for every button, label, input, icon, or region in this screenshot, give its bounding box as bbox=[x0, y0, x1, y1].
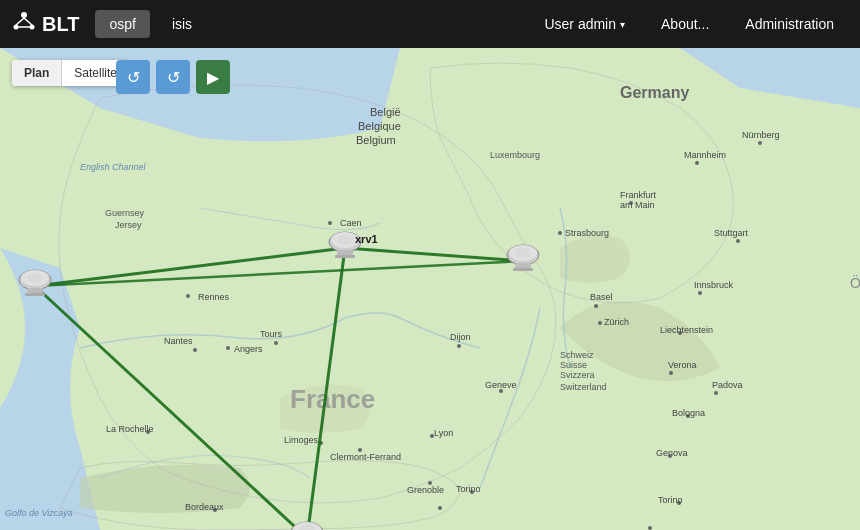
play-icon: ▶ bbox=[207, 68, 219, 87]
svg-text:Guernsey: Guernsey bbox=[105, 208, 145, 218]
svg-text:Basel: Basel bbox=[590, 292, 613, 302]
svg-point-94 bbox=[337, 235, 353, 245]
node-strasbourg[interactable] bbox=[505, 243, 541, 279]
svg-text:Ö: Ö bbox=[850, 274, 860, 291]
svg-text:Frankfurtam Main: Frankfurtam Main bbox=[620, 190, 657, 210]
svg-text:Belgique: Belgique bbox=[358, 120, 401, 132]
svg-point-27 bbox=[226, 346, 230, 350]
svg-text:Stuttgart: Stuttgart bbox=[714, 228, 749, 238]
svg-point-25 bbox=[193, 348, 197, 352]
svg-text:Nürnberg: Nürnberg bbox=[742, 130, 780, 140]
svg-point-45 bbox=[558, 231, 562, 235]
svg-text:Tours: Tours bbox=[260, 329, 283, 339]
svg-rect-87 bbox=[27, 288, 43, 293]
svg-point-0 bbox=[21, 12, 27, 18]
svg-line-3 bbox=[16, 18, 24, 25]
map-view-controls: Plan Satellite bbox=[12, 60, 129, 86]
svg-text:Bordeaux: Bordeaux bbox=[185, 502, 224, 512]
svg-text:Lyon: Lyon bbox=[434, 428, 453, 438]
svg-text:Liechtenstein: Liechtenstein bbox=[660, 325, 713, 335]
refresh-button-1[interactable]: ↺ bbox=[116, 60, 150, 94]
node-brest[interactable] bbox=[17, 268, 53, 304]
svg-text:Geneve: Geneve bbox=[485, 380, 517, 390]
svg-text:Mannheim: Mannheim bbox=[684, 150, 726, 160]
svg-text:België: België bbox=[370, 106, 401, 118]
svg-text:Jersey: Jersey bbox=[115, 220, 142, 230]
svg-point-57 bbox=[736, 239, 740, 243]
svg-line-4 bbox=[24, 18, 32, 25]
svg-text:Suisse: Suisse bbox=[560, 360, 587, 370]
map-container[interactable]: België Belgique Belgium Luxembourg Germa… bbox=[0, 48, 860, 530]
node-paris[interactable] bbox=[327, 230, 363, 266]
refresh-button-2[interactable]: ↺ bbox=[156, 60, 190, 94]
svg-text:Schweiz: Schweiz bbox=[560, 350, 594, 360]
svg-rect-93 bbox=[335, 255, 355, 258]
svg-point-49 bbox=[598, 321, 602, 325]
svg-point-73 bbox=[648, 526, 652, 530]
svg-text:Grenoble: Grenoble bbox=[407, 485, 444, 495]
svg-text:Angers: Angers bbox=[234, 344, 263, 354]
dropdown-arrow-icon: ▾ bbox=[620, 19, 625, 30]
refresh-controls: ↺ ↺ ▶ bbox=[116, 60, 230, 94]
logo-text: BLT bbox=[42, 13, 79, 36]
node-bordeaux[interactable] bbox=[289, 520, 325, 530]
logo-icon bbox=[12, 9, 36, 39]
svg-text:Torino: Torino bbox=[456, 484, 481, 494]
svg-text:Padova: Padova bbox=[712, 380, 743, 390]
play-button[interactable]: ▶ bbox=[196, 60, 230, 94]
svg-text:Genova: Genova bbox=[656, 448, 688, 458]
svg-text:Rennes: Rennes bbox=[198, 292, 230, 302]
svg-point-31 bbox=[457, 344, 461, 348]
refresh-icon-2: ↺ bbox=[167, 68, 180, 87]
refresh-icon-1: ↺ bbox=[127, 68, 140, 87]
user-admin-button[interactable]: User admin ▾ bbox=[530, 10, 639, 38]
svg-text:Limoges: Limoges bbox=[284, 435, 319, 445]
svg-text:Verona: Verona bbox=[668, 360, 697, 370]
svg-text:Belgium: Belgium bbox=[356, 134, 396, 146]
svg-text:Innsbruck: Innsbruck bbox=[694, 280, 734, 290]
svg-text:Caen: Caen bbox=[340, 218, 362, 228]
navbar: BLT ospf isis User admin ▾ About... Admi… bbox=[0, 0, 860, 48]
svg-point-76 bbox=[438, 506, 442, 510]
svg-point-35 bbox=[319, 441, 323, 445]
svg-point-53 bbox=[695, 161, 699, 165]
administration-button[interactable]: Administration bbox=[731, 10, 848, 38]
svg-rect-88 bbox=[25, 293, 45, 296]
svg-text:Svizzera: Svizzera bbox=[560, 370, 595, 380]
svg-text:Switzerland: Switzerland bbox=[560, 382, 607, 392]
about-button[interactable]: About... bbox=[647, 10, 723, 38]
svg-text:Luxembourg: Luxembourg bbox=[490, 150, 540, 160]
nav-tab-isis[interactable]: isis bbox=[158, 10, 206, 38]
svg-text:Germany: Germany bbox=[620, 84, 689, 101]
svg-point-99 bbox=[515, 248, 531, 258]
svg-point-59 bbox=[698, 291, 702, 295]
svg-text:France: France bbox=[290, 384, 375, 414]
svg-point-23 bbox=[186, 294, 190, 298]
svg-text:English Channel: English Channel bbox=[80, 162, 147, 172]
svg-text:Golfo de Vizcaya: Golfo de Vizcaya bbox=[5, 508, 73, 518]
svg-text:Torino: Torino bbox=[658, 495, 683, 505]
svg-point-63 bbox=[669, 371, 673, 375]
nav-tab-ospf[interactable]: ospf bbox=[95, 10, 149, 38]
svg-text:Dijon: Dijon bbox=[450, 332, 471, 342]
map-view-toggle[interactable]: Plan Satellite bbox=[12, 60, 129, 86]
svg-point-65 bbox=[714, 391, 718, 395]
svg-point-47 bbox=[594, 304, 598, 308]
svg-rect-97 bbox=[515, 263, 531, 268]
svg-text:Clermont-Ferrand: Clermont-Ferrand bbox=[330, 452, 401, 462]
nav-logo: BLT bbox=[12, 9, 79, 39]
svg-text:Strasbourg: Strasbourg bbox=[565, 228, 609, 238]
svg-point-29 bbox=[274, 341, 278, 345]
svg-point-21 bbox=[328, 221, 332, 225]
map-view-plan-button[interactable]: Plan bbox=[12, 60, 61, 86]
svg-text:La Rochelle: La Rochelle bbox=[106, 424, 154, 434]
svg-point-89 bbox=[27, 273, 43, 283]
svg-text:Nantes: Nantes bbox=[164, 336, 193, 346]
svg-text:Bologna: Bologna bbox=[672, 408, 705, 418]
map-background: België Belgique Belgium Luxembourg Germa… bbox=[0, 48, 860, 530]
svg-point-55 bbox=[758, 141, 762, 145]
svg-rect-92 bbox=[337, 250, 353, 255]
svg-rect-98 bbox=[513, 268, 533, 271]
svg-text:Zürich: Zürich bbox=[604, 317, 629, 327]
